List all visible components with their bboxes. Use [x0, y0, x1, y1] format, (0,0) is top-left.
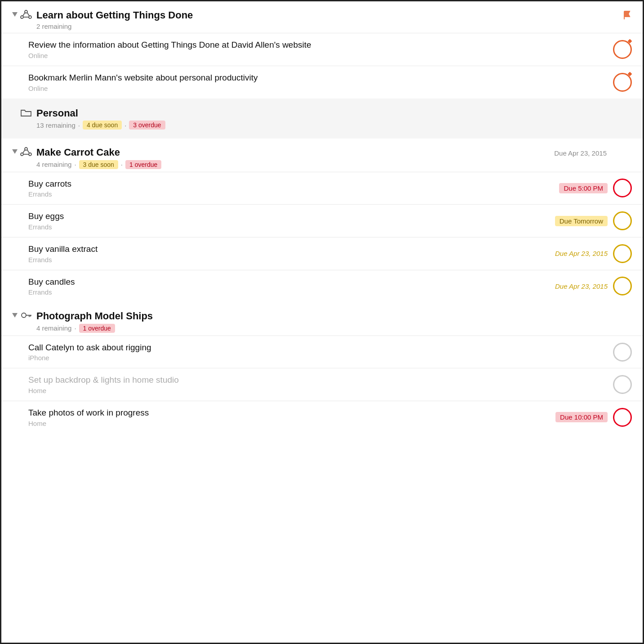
badge-soon: 3 due soon [79, 160, 118, 169]
task-context: Online [28, 52, 613, 59]
task-checkbox[interactable] [613, 179, 632, 197]
task-content: Call Catelyn to ask about rigging iPhone [28, 342, 613, 362]
task-content: Review the information about Getting Thi… [28, 40, 613, 59]
task-context: Home [28, 387, 613, 394]
task-checkbox[interactable] [613, 211, 632, 230]
project-meta: 4 remaining · 1 overdue [36, 324, 632, 333]
task-title: Buy eggs [28, 211, 555, 222]
task-title: Set up backdrop & lights in home studio [28, 375, 613, 386]
task-due-badge: Due Tomorrow [555, 216, 608, 226]
task-checkbox[interactable] [613, 375, 632, 394]
task-checkbox[interactable] [613, 244, 632, 263]
task-right [613, 40, 632, 59]
task-row: Bookmark Merlin Mann's website about per… [1, 66, 643, 98]
task-row: Take photos of work in progress Home Due… [1, 401, 643, 434]
task-content: Set up backdrop & lights in home studio … [28, 375, 613, 394]
project-icon-folder [20, 108, 32, 119]
task-row: Set up backdrop & lights in home studio … [1, 368, 643, 401]
task-content: Take photos of work in progress Home [28, 407, 555, 427]
badge-overdue: 1 overdue [79, 324, 115, 333]
task-due-badge: Due 5:00 PM [559, 183, 608, 193]
project-remaining: 4 remaining [36, 324, 71, 332]
svg-marker-15 [12, 313, 18, 318]
task-content: Buy eggs Errands [28, 211, 555, 231]
project-info: Photograph Model Ships 4 remaining · 1 o… [36, 310, 632, 332]
task-title: Buy candles [28, 277, 555, 288]
project-info: Personal 13 remaining · 4 due soon · 3 o… [36, 107, 632, 130]
task-context: iPhone [28, 354, 613, 362]
project-remaining: 4 remaining [36, 161, 71, 168]
task-right: Due Apr 23, 2015 [555, 244, 632, 263]
task-row: Buy eggs Errands Due Tomorrow [1, 204, 643, 237]
task-context: Errands [28, 256, 555, 264]
svg-line-12 [23, 150, 25, 153]
project-icon-network [20, 10, 32, 21]
task-right: Due 5:00 PM [559, 179, 632, 197]
task-checkbox[interactable] [613, 408, 632, 427]
task-context: Errands [28, 288, 555, 296]
task-due-badge: Due 10:00 PM [555, 412, 608, 422]
svg-point-16 [22, 313, 26, 318]
task-content: Bookmark Merlin Mann's website about per… [28, 72, 613, 92]
task-content: Buy vanilla extract Errands [28, 244, 555, 264]
project-toggle[interactable] [12, 11, 18, 18]
project-toggle[interactable] [12, 148, 18, 155]
project-title: Photograph Model Ships [36, 310, 632, 322]
task-title: Buy vanilla extract [28, 244, 555, 255]
project-header-personal: Personal 13 remaining · 4 due soon · 3 o… [1, 98, 643, 139]
task-row: Review the information about Getting Thi… [1, 33, 643, 66]
svg-line-5 [27, 13, 30, 16]
project-header-photograph-model-ships: Photograph Model Ships 4 remaining · 1 o… [1, 302, 643, 335]
project-toggle[interactable] [12, 312, 18, 319]
task-title: Take photos of work in progress [28, 407, 555, 419]
task-due-italic: Due Apr 23, 2015 [555, 282, 608, 290]
project-header-make-carrot-cake: Make Carrot Cake 4 remaining · 3 due soo… [1, 139, 643, 171]
project-info: Learn about Getting Things Done 2 remain… [36, 9, 632, 30]
project-title: Learn about Getting Things Done [36, 9, 632, 21]
task-right: Due Tomorrow [555, 211, 632, 230]
task-checkbox[interactable] [613, 343, 632, 362]
project-title: Make Carrot Cake [36, 147, 632, 158]
task-row: Call Catelyn to ask about rigging iPhone [1, 335, 643, 368]
task-context: Errands [28, 190, 559, 198]
task-right [613, 375, 632, 394]
task-context: Home [28, 420, 555, 427]
task-context: Errands [28, 223, 555, 231]
svg-line-4 [23, 13, 25, 16]
badge-overdue: 1 overdue [125, 160, 161, 169]
project-meta: 13 remaining · 4 due soon · 3 overdue [36, 121, 632, 130]
badge-soon: 4 due soon [83, 121, 122, 130]
svg-marker-0 [12, 12, 18, 17]
task-row: Buy candles Errands Due Apr 23, 2015 [1, 270, 643, 303]
task-content: Buy carrots Errands [28, 179, 559, 198]
task-checkbox[interactable] [613, 73, 632, 92]
task-right: Due 10:00 PM [555, 408, 632, 427]
task-title: Buy carrots [28, 179, 559, 190]
badge-overdue: 3 overdue [129, 121, 165, 130]
task-due-italic: Due Apr 23, 2015 [555, 250, 608, 257]
task-context: Online [28, 85, 613, 92]
task-right [613, 343, 632, 362]
task-checkbox[interactable] [613, 277, 632, 295]
svg-marker-7 [12, 110, 18, 115]
task-title: Bookmark Merlin Mann's website about per… [28, 72, 613, 84]
svg-marker-8 [12, 149, 18, 154]
svg-point-1 [25, 10, 27, 13]
project-icon-network [20, 147, 32, 158]
task-right [613, 73, 632, 92]
project-title: Personal [36, 107, 632, 119]
task-right: Due Apr 23, 2015 [555, 277, 632, 295]
task-title: Call Catelyn to ask about rigging [28, 342, 613, 353]
flag-icon [622, 10, 632, 23]
project-meta: 2 remaining [36, 22, 632, 30]
project-info: Make Carrot Cake 4 remaining · 3 due soo… [36, 147, 632, 169]
svg-point-9 [25, 148, 27, 150]
project-meta: 4 remaining · 3 due soon · 1 overdue [36, 160, 632, 169]
task-checkbox[interactable] [613, 40, 632, 59]
project-due-date: Due Apr 23, 2015 [554, 149, 607, 157]
task-row: Buy carrots Errands Due 5:00 PM [1, 172, 643, 205]
task-row: Buy vanilla extract Errands Due Apr 23, … [1, 237, 643, 270]
task-title: Review the information about Getting Thi… [28, 40, 613, 51]
task-list: Learn about Getting Things Done 2 remain… [1, 1, 643, 434]
svg-line-13 [27, 150, 30, 153]
